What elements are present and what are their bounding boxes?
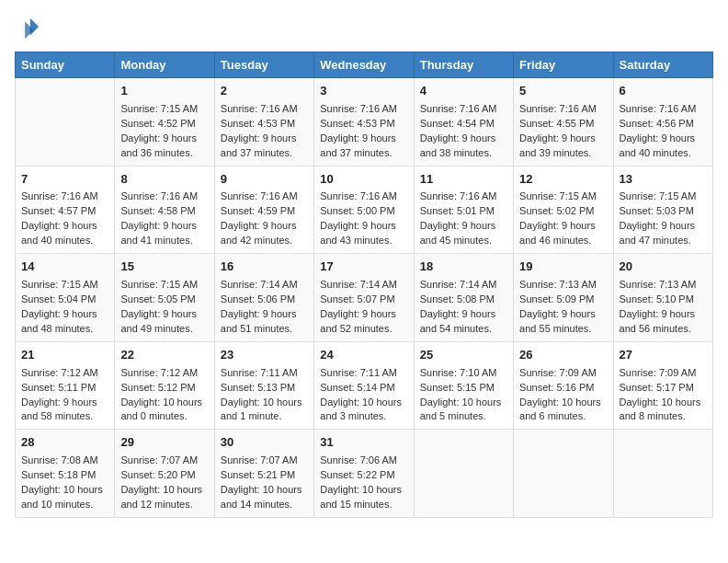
logo-icon — [15, 15, 40, 40]
cell-detail: Sunset: 5:13 PM — [221, 381, 308, 396]
cell-detail: and 48 minutes. — [21, 322, 108, 337]
calendar-cell: 14Sunrise: 7:15 AMSunset: 5:04 PMDayligh… — [16, 254, 115, 342]
cell-detail: Sunset: 4:54 PM — [420, 117, 507, 132]
cell-detail: Daylight: 9 hours — [620, 219, 707, 234]
calendar-week-row: 28Sunrise: 7:08 AMSunset: 5:18 PMDayligh… — [16, 430, 713, 518]
weekday-header-wednesday: Wednesday — [314, 52, 414, 78]
calendar-cell — [613, 430, 712, 518]
day-number: 19 — [519, 259, 607, 276]
cell-detail: and 58 minutes. — [21, 409, 108, 424]
calendar-cell: 17Sunrise: 7:14 AMSunset: 5:07 PMDayligh… — [314, 254, 414, 342]
calendar-cell: 16Sunrise: 7:14 AMSunset: 5:06 PMDayligh… — [214, 254, 313, 342]
calendar-cell: 4Sunrise: 7:16 AMSunset: 4:54 PMDaylight… — [414, 78, 513, 167]
cell-detail: Sunrise: 7:11 AM — [320, 366, 407, 381]
cell-detail: Daylight: 9 hours — [120, 219, 208, 234]
cell-detail: Sunset: 5:20 PM — [120, 468, 208, 483]
cell-detail: and 37 minutes. — [221, 146, 308, 161]
cell-detail: Sunset: 4:52 PM — [120, 117, 208, 132]
cell-detail: and 12 minutes. — [120, 498, 208, 512]
day-number: 12 — [519, 171, 607, 189]
cell-detail: Sunrise: 7:15 AM — [519, 190, 607, 204]
cell-detail: Sunset: 5:12 PM — [120, 381, 208, 396]
cell-detail: Sunrise: 7:09 AM — [519, 366, 607, 381]
calendar-cell: 21Sunrise: 7:12 AMSunset: 5:11 PMDayligh… — [16, 341, 115, 430]
calendar-cell: 12Sunrise: 7:15 AMSunset: 5:02 PMDayligh… — [514, 166, 613, 254]
cell-detail: Sunrise: 7:16 AM — [620, 102, 707, 117]
day-number: 27 — [620, 347, 707, 364]
calendar-cell: 20Sunrise: 7:13 AMSunset: 5:10 PMDayligh… — [613, 254, 712, 342]
cell-detail: Daylight: 10 hours — [21, 483, 108, 498]
cell-detail: Sunset: 5:14 PM — [320, 381, 407, 396]
cell-detail: Sunset: 5:15 PM — [420, 381, 507, 396]
cell-detail: and 39 minutes. — [519, 146, 607, 161]
calendar-cell: 1Sunrise: 7:15 AMSunset: 4:52 PMDaylight… — [115, 78, 214, 167]
cell-detail: Daylight: 10 hours — [320, 396, 407, 410]
cell-detail: Sunset: 4:59 PM — [221, 204, 308, 219]
cell-detail: Daylight: 9 hours — [620, 307, 707, 322]
cell-detail: Sunset: 5:18 PM — [21, 468, 108, 483]
calendar-cell: 28Sunrise: 7:08 AMSunset: 5:18 PMDayligh… — [16, 430, 115, 518]
day-number: 13 — [620, 171, 707, 189]
day-number: 2 — [221, 83, 308, 100]
cell-detail: and 49 minutes. — [120, 322, 208, 337]
cell-detail: Sunset: 5:11 PM — [21, 381, 108, 396]
cell-detail: Sunrise: 7:13 AM — [620, 278, 707, 293]
day-number: 15 — [120, 259, 208, 276]
cell-detail: Sunrise: 7:16 AM — [320, 190, 407, 204]
calendar-cell — [514, 430, 613, 518]
day-number: 22 — [120, 347, 208, 364]
cell-detail: Daylight: 9 hours — [320, 219, 407, 234]
page-header — [15, 15, 713, 40]
cell-detail: Sunset: 5:00 PM — [320, 204, 407, 219]
day-number: 10 — [320, 171, 407, 189]
weekday-header-saturday: Saturday — [613, 52, 712, 78]
cell-detail: Sunrise: 7:15 AM — [620, 190, 707, 204]
day-number: 4 — [420, 83, 507, 100]
cell-detail: and 54 minutes. — [420, 322, 507, 337]
day-number: 29 — [120, 434, 208, 452]
calendar-cell: 27Sunrise: 7:09 AMSunset: 5:17 PMDayligh… — [613, 341, 712, 430]
cell-detail: Sunrise: 7:15 AM — [120, 278, 208, 293]
weekday-header-sunday: Sunday — [16, 52, 115, 78]
cell-detail: and 14 minutes. — [221, 498, 308, 512]
cell-detail: Sunrise: 7:16 AM — [120, 190, 208, 204]
cell-detail: and 37 minutes. — [320, 146, 407, 161]
cell-detail: and 10 minutes. — [21, 498, 108, 512]
cell-detail: Sunset: 5:05 PM — [120, 293, 208, 307]
cell-detail: Sunrise: 7:07 AM — [221, 454, 308, 468]
calendar-week-row: 14Sunrise: 7:15 AMSunset: 5:04 PMDayligh… — [16, 254, 713, 342]
calendar-cell: 25Sunrise: 7:10 AMSunset: 5:15 PMDayligh… — [414, 341, 513, 430]
cell-detail: Sunset: 4:53 PM — [320, 117, 407, 132]
day-number: 24 — [320, 347, 407, 364]
cell-detail: Sunset: 5:07 PM — [320, 293, 407, 307]
cell-detail: Sunrise: 7:16 AM — [420, 102, 507, 117]
cell-detail: Sunset: 4:57 PM — [21, 204, 108, 219]
calendar-cell: 18Sunrise: 7:14 AMSunset: 5:08 PMDayligh… — [414, 254, 513, 342]
weekday-header-monday: Monday — [115, 52, 214, 78]
cell-detail: Daylight: 9 hours — [519, 132, 607, 146]
cell-detail: Daylight: 9 hours — [221, 132, 308, 146]
cell-detail: Sunset: 4:53 PM — [221, 117, 308, 132]
cell-detail: Daylight: 9 hours — [221, 219, 308, 234]
cell-detail: Sunrise: 7:12 AM — [21, 366, 108, 381]
day-number: 25 — [420, 347, 507, 364]
cell-detail: Daylight: 9 hours — [519, 307, 607, 322]
day-number: 21 — [21, 347, 108, 364]
calendar-cell: 5Sunrise: 7:16 AMSunset: 4:55 PMDaylight… — [514, 78, 613, 167]
calendar-cell — [414, 430, 513, 518]
calendar-cell: 23Sunrise: 7:11 AMSunset: 5:13 PMDayligh… — [214, 341, 313, 430]
cell-detail: Sunrise: 7:12 AM — [120, 366, 208, 381]
cell-detail: and 51 minutes. — [221, 322, 308, 337]
calendar-cell: 6Sunrise: 7:16 AMSunset: 4:56 PMDaylight… — [613, 78, 712, 167]
cell-detail: Sunrise: 7:11 AM — [221, 366, 308, 381]
calendar-cell: 3Sunrise: 7:16 AMSunset: 4:53 PMDaylight… — [314, 78, 414, 167]
cell-detail: Sunrise: 7:10 AM — [420, 366, 507, 381]
calendar-cell: 8Sunrise: 7:16 AMSunset: 4:58 PMDaylight… — [115, 166, 214, 254]
day-number: 5 — [519, 83, 607, 100]
cell-detail: Daylight: 10 hours — [221, 396, 308, 410]
cell-detail: Daylight: 9 hours — [420, 219, 507, 234]
logo — [15, 15, 44, 40]
cell-detail: Sunrise: 7:08 AM — [21, 454, 108, 468]
cell-detail: and 0 minutes. — [120, 409, 208, 424]
calendar-week-row: 7Sunrise: 7:16 AMSunset: 4:57 PMDaylight… — [16, 166, 713, 254]
